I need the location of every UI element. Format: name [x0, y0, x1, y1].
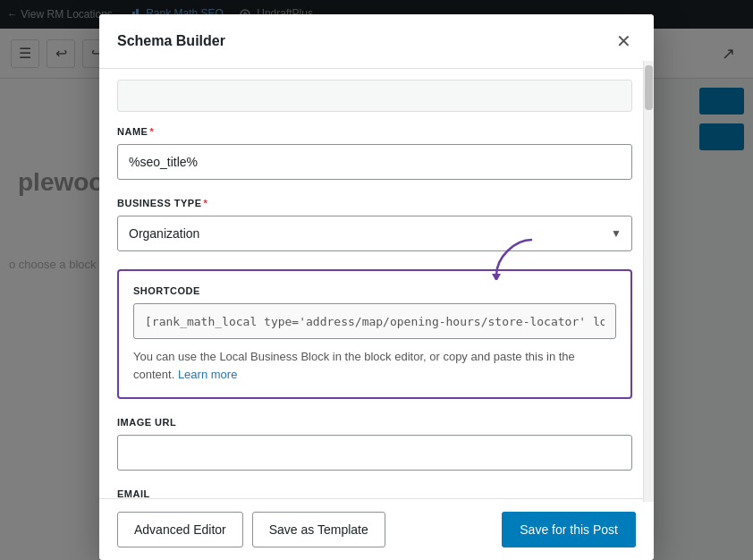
save-template-button[interactable]: Save as Template	[252, 512, 385, 547]
top-hint-section	[117, 69, 632, 112]
name-input[interactable]	[117, 144, 632, 180]
scrolled-content-bar	[117, 80, 632, 112]
email-label: EMAIL	[117, 488, 632, 498]
modal-title: Schema Builder	[117, 33, 225, 49]
modal-overlay[interactable]: Schema Builder ✕ NAME* BUSINESS	[0, 0, 753, 560]
schema-builder-modal: Schema Builder ✕ NAME* BUSINESS	[99, 14, 654, 560]
email-field-group: EMAIL	[117, 488, 632, 498]
learn-more-link[interactable]: Learn more	[178, 368, 237, 381]
business-type-select[interactable]: Organization LocalBusiness Restaurant St…	[117, 216, 632, 251]
modal-body: NAME* BUSINESS TYPE* Organization LocalB…	[99, 69, 654, 498]
modal-footer: Advanced Editor Save as Template Save fo…	[99, 498, 654, 560]
shortcode-label: SHORTCODE	[133, 285, 616, 296]
image-url-input[interactable]	[117, 435, 632, 471]
name-field-group: NAME*	[117, 126, 632, 180]
shortcode-section: SHORTCODE You can use the Local Business…	[117, 269, 632, 399]
advanced-editor-button[interactable]: Advanced Editor	[117, 512, 243, 547]
business-type-label: BUSINESS TYPE*	[117, 198, 632, 208]
footer-left-buttons: Advanced Editor Save as Template	[117, 512, 385, 547]
name-label: NAME*	[117, 126, 632, 137]
modal-header: Schema Builder ✕	[99, 14, 654, 69]
shortcode-input[interactable]	[133, 303, 616, 339]
svg-marker-4	[492, 274, 501, 280]
image-url-label: IMAGE URL	[117, 417, 632, 428]
modal-close-button[interactable]: ✕	[611, 29, 636, 54]
business-type-field-group: BUSINESS TYPE* Organization LocalBusines…	[117, 198, 632, 251]
shortcode-help-text: You can use the Local Business Block in …	[133, 348, 616, 383]
business-type-select-wrapper: Organization LocalBusiness Restaurant St…	[117, 216, 632, 251]
save-for-post-button[interactable]: Save for this Post	[502, 512, 636, 547]
image-url-field-group: IMAGE URL	[117, 417, 632, 471]
